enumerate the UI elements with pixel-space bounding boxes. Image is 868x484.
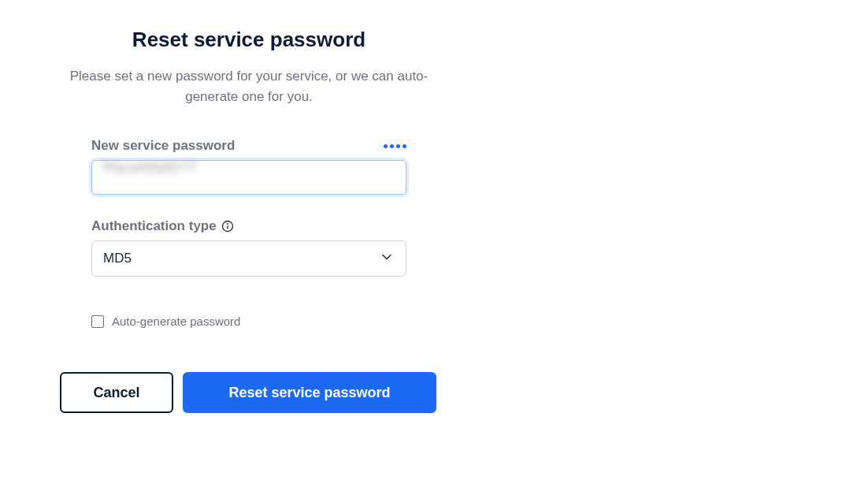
auth-type-selected-value: MD5 — [103, 251, 132, 266]
strength-dot-icon — [396, 144, 400, 148]
password-input[interactable]: PlaceH0ld3rTT — [91, 160, 406, 195]
password-strength-indicator — [384, 144, 406, 148]
dialog-button-row: Cancel Reset service password — [60, 372, 438, 413]
auth-type-field-group: Authentication type MD5 — [60, 218, 438, 277]
password-label: New service password — [91, 138, 235, 154]
auth-type-label-row: Authentication type — [91, 218, 406, 234]
dialog-subtitle: Please set a new password for your servi… — [60, 66, 438, 106]
password-field-group: New service password PlaceH0ld3rTT — [60, 138, 438, 195]
auth-type-select[interactable]: MD5 — [91, 240, 406, 277]
chevron-down-icon — [379, 249, 395, 269]
reset-password-button[interactable]: Reset service password — [183, 372, 436, 413]
auth-type-label: Authentication type — [91, 218, 234, 234]
autogen-checkbox-label: Auto-generate password — [112, 315, 240, 328]
autogen-checkbox[interactable] — [91, 315, 104, 328]
info-icon[interactable] — [221, 220, 234, 233]
reset-password-dialog: Reset service password Please set a new … — [60, 28, 438, 413]
autogen-checkbox-row: Auto-generate password — [60, 315, 438, 328]
auth-type-label-text: Authentication type — [91, 218, 217, 234]
strength-dot-icon — [384, 144, 388, 148]
password-value: PlaceH0ld3rTT — [103, 161, 198, 174]
password-label-row: New service password — [91, 138, 406, 154]
svg-rect-2 — [227, 225, 228, 229]
dialog-title: Reset service password — [60, 28, 438, 52]
svg-point-1 — [227, 223, 228, 225]
strength-dot-icon — [402, 144, 406, 148]
strength-dot-icon — [390, 144, 394, 148]
cancel-button[interactable]: Cancel — [60, 372, 173, 413]
